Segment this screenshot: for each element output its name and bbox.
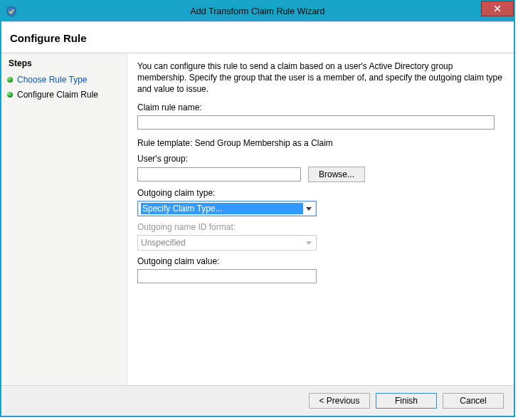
chevron-down-icon: [306, 207, 312, 211]
outgoing-claim-type-combobox[interactable]: Specify Claim Type...: [137, 201, 317, 216]
step-item-configure-claim-rule[interactable]: Configure Claim Rule: [1, 88, 127, 103]
page-heading: Configure Rule: [1, 22, 514, 53]
outgoing-name-id-format-combobox: Unspecified: [137, 235, 317, 251]
close-button[interactable]: [481, 1, 514, 16]
previous-button[interactable]: < Previous: [309, 393, 370, 409]
outgoing-claim-type-value: Specify Claim Type...: [141, 203, 303, 214]
cancel-button[interactable]: Cancel: [443, 393, 504, 409]
users-group-row: Browse...: [137, 167, 502, 182]
app-icon: [6, 6, 17, 17]
footer-buttons: < Previous Finish Cancel: [1, 385, 514, 416]
step-bullet-icon: [7, 77, 13, 83]
close-icon: [494, 5, 501, 12]
outgoing-name-id-format-value: Unspecified: [141, 237, 303, 248]
claim-rule-name-label: Claim rule name:: [137, 103, 502, 112]
claim-rule-name-input[interactable]: [137, 115, 495, 130]
body: Steps Choose Rule Type Configure Claim R…: [1, 53, 514, 385]
rule-template-text: Rule template: Send Group Membership as …: [137, 138, 502, 148]
step-bullet-icon: [7, 92, 13, 98]
browse-button[interactable]: Browse...: [308, 167, 365, 182]
steps-sidebar: Steps Choose Rule Type Configure Claim R…: [1, 53, 127, 385]
step-label: Choose Rule Type: [17, 75, 88, 85]
description-text: You can configure this rule to send a cl…: [137, 61, 502, 95]
window-title: Add Transform Claim Rule Wizard: [1, 6, 514, 16]
users-group-label: User's group:: [137, 154, 502, 164]
finish-button[interactable]: Finish: [376, 393, 437, 409]
outgoing-name-id-format-label: Outgoing name ID format:: [137, 222, 502, 232]
wizard-window: Add Transform Claim Rule Wizard Configur…: [0, 0, 515, 417]
chevron-down-icon: [306, 241, 312, 245]
client-area: Configure Rule Steps Choose Rule Type Co…: [1, 21, 514, 416]
step-item-choose-rule-type[interactable]: Choose Rule Type: [1, 73, 127, 88]
users-group-input[interactable]: [137, 167, 301, 182]
outgoing-claim-value-label: Outgoing claim value:: [137, 256, 502, 266]
step-label: Configure Claim Rule: [17, 90, 98, 100]
outgoing-claim-type-label: Outgoing claim type:: [137, 188, 502, 198]
steps-header: Steps: [1, 56, 127, 73]
outgoing-claim-value-input[interactable]: [137, 269, 317, 283]
main-panel: You can configure this rule to send a cl…: [127, 53, 514, 385]
titlebar[interactable]: Add Transform Claim Rule Wizard: [1, 1, 514, 21]
